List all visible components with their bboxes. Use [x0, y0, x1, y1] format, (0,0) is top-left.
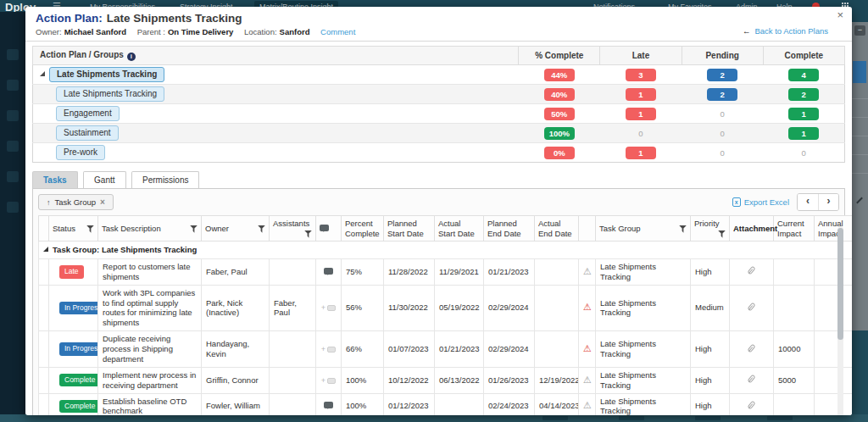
task-group-filter-chip[interactable]: Task Group: [38, 194, 114, 210]
planned-start-cell-value: 11/30/2022: [388, 303, 428, 312]
actual-end-cell-value: 12/19/2022: [539, 375, 579, 385]
comment-cell[interactable]: [316, 331, 342, 368]
task-group-cell: Late Shipments Tracking: [596, 367, 691, 393]
col-header-assistants[interactable]: Assistants: [270, 216, 316, 242]
complete-cell: 1: [763, 124, 844, 143]
filter-toolbar: Task Group Export Excel: [38, 193, 839, 211]
collapse-icon[interactable]: [40, 71, 45, 76]
task-group-cell-value: Late Shipments Tracking: [600, 262, 656, 281]
add-comment-icon[interactable]: [321, 303, 336, 312]
filter-icon[interactable]: [258, 225, 265, 233]
title-prefix: Action Plan:: [36, 12, 103, 25]
col-label: Status: [53, 224, 75, 233]
planned-start-cell-value: 10/12/2022: [388, 375, 429, 385]
status-badge: In Progress: [59, 342, 98, 356]
next-page-button[interactable]: [818, 194, 838, 210]
meta-row: Owner:Michael Sanford Parent :On Time De…: [36, 27, 842, 36]
col-label: Actual Start Date: [438, 219, 475, 237]
group-row: Late Shipments Tracking40%122: [33, 85, 845, 104]
complete-cell: 1: [763, 104, 844, 124]
filter-icon[interactable]: [718, 230, 726, 238]
pending-cell: 2: [682, 85, 763, 104]
comment-cell[interactable]: [316, 285, 342, 331]
complete-header: Complete: [763, 47, 844, 65]
close-icon[interactable]: [837, 9, 843, 20]
percent-complete-cell: 56%: [342, 285, 384, 331]
group-name-chip[interactable]: Late Shipments Tracking: [56, 86, 164, 102]
filter-icon[interactable]: [190, 225, 198, 233]
apps-grid-icon[interactable]: [842, 3, 843, 4]
group-row: Late Shipments Tracking44%324: [33, 65, 845, 85]
col-header-priority[interactable]: Priority: [691, 216, 730, 242]
tab-tasks[interactable]: Tasks: [32, 171, 78, 189]
comment-link[interactable]: Comment: [320, 27, 355, 36]
current-impact-cell: 5000: [774, 367, 815, 393]
group-name-chip[interactable]: Engagement: [56, 106, 120, 121]
pct-cell: 44%: [519, 65, 600, 85]
location-value: Sanford: [280, 27, 310, 36]
scrollbar-thumb[interactable]: [837, 228, 843, 340]
add-comment-icon[interactable]: [321, 375, 336, 385]
warning-icon: [583, 303, 592, 312]
col-header-owner[interactable]: Owner: [202, 216, 270, 242]
group-name-chip[interactable]: Pre-work: [56, 145, 105, 160]
col-header-task-group[interactable]: Task Group: [596, 216, 691, 242]
comment-cell[interactable]: [316, 367, 342, 393]
filter-icon[interactable]: [304, 230, 312, 238]
filter-chip-label: Task Group: [55, 197, 97, 207]
prev-page-button[interactable]: [798, 194, 818, 210]
attachment-cell[interactable]: [730, 285, 774, 331]
comment-cell[interactable]: [316, 258, 342, 285]
actual-end-cell: 12/19/2022: [535, 367, 579, 393]
info-icon[interactable]: [127, 53, 136, 61]
task-description-cell: Implement new process in receiving depar…: [98, 367, 202, 393]
attachment-cell[interactable]: [730, 393, 774, 415]
attachment-cell[interactable]: [730, 331, 774, 368]
percent-complete-cell: 75%: [342, 258, 384, 285]
tab-permissions[interactable]: Permissions: [131, 171, 199, 189]
paperclip-icon[interactable]: [747, 303, 755, 312]
col-header-current-impact: Current Impact: [774, 216, 815, 242]
attachment-cell[interactable]: [730, 258, 774, 285]
paperclip-icon[interactable]: [747, 375, 755, 384]
collapse-icon[interactable]: [43, 247, 48, 252]
attachment-cell[interactable]: [730, 367, 774, 393]
export-excel-link[interactable]: Export Excel: [732, 197, 789, 207]
comment-icon[interactable]: [324, 402, 333, 408]
col-header-status[interactable]: Status: [49, 216, 98, 242]
task-group-row: Task Group: Late Shipments Tracking: [39, 242, 853, 259]
back-to-action-plans-link[interactable]: Back to Action Plans: [743, 26, 828, 36]
remove-filter-icon[interactable]: [100, 197, 105, 207]
filter-icon[interactable]: [679, 225, 687, 233]
late-value: 1: [626, 88, 656, 101]
col-label: Actual End Date: [538, 219, 572, 237]
pct-cell: 0%: [519, 143, 600, 163]
groups-table: Action Plan / Groups % Complete Late Pen…: [32, 46, 845, 163]
comment-icon[interactable]: [324, 268, 333, 275]
group-name-chip[interactable]: Sustainment: [56, 125, 119, 141]
col-header-task-description[interactable]: Task Description: [98, 216, 202, 242]
priority-cell: High: [691, 258, 730, 285]
group-row: Pre-work0%100: [33, 143, 845, 163]
paperclip-icon[interactable]: [747, 343, 755, 353]
actual-start-cell: 05/19/2022: [435, 285, 484, 331]
col-label: Percent Complete: [345, 219, 380, 237]
late-cell: 1: [600, 143, 682, 163]
add-comment-icon[interactable]: [321, 344, 336, 353]
modal-header: Action Plan:Late Shipments Tracking Owne…: [25, 7, 852, 42]
task-description-cell-text: Work with 3PL companies to find optimal …: [103, 288, 195, 328]
planned-end-cell-value: 01/26/2023: [488, 375, 529, 385]
priority-cell-value: High: [695, 401, 712, 410]
vertical-scrollbar[interactable]: [837, 226, 843, 415]
tab-gantt[interactable]: Gantt: [83, 171, 125, 189]
owner-value: Michael Sanford: [64, 27, 126, 36]
tab-strip: Tasks Gantt Permissions: [32, 170, 845, 188]
paperclip-icon[interactable]: [747, 401, 755, 410]
pct-value: 50%: [544, 108, 575, 120]
sort-asc-icon: [47, 197, 51, 207]
filter-icon[interactable]: [86, 225, 94, 233]
group-name-chip[interactable]: Late Shipments Tracking: [49, 67, 164, 82]
paperclip-icon[interactable]: [747, 266, 755, 275]
collapse-button[interactable]: −: [854, 25, 865, 36]
comment-cell[interactable]: [316, 393, 342, 415]
